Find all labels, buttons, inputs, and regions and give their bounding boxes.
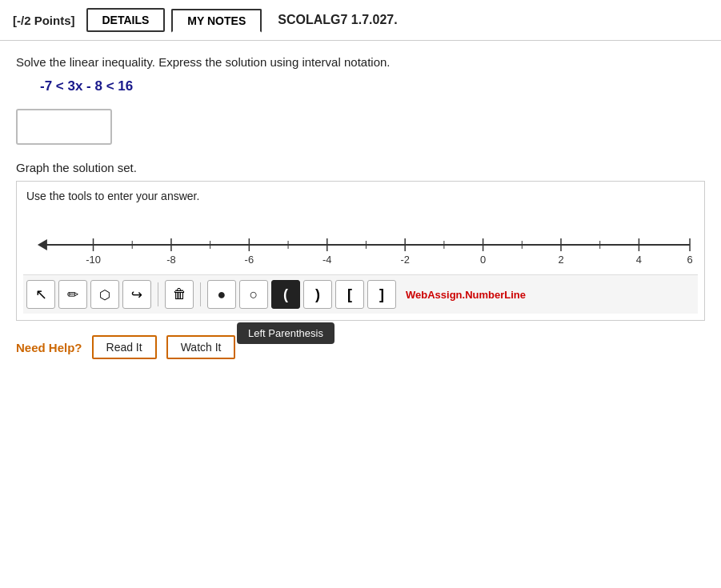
number-line-wrapper[interactable]: -10 -8 -6 -4 -2 0 2 xyxy=(23,210,698,274)
svg-text:-8: -8 xyxy=(166,254,175,266)
left-paren-icon: ( xyxy=(283,286,288,303)
pencil-icon: ✏ xyxy=(67,286,78,303)
toolbar-separator-2 xyxy=(200,282,201,306)
graph-container: Use the tools to enter your answer. -10 … xyxy=(16,181,705,321)
left-paren-button[interactable]: ( xyxy=(271,280,300,309)
my-notes-button[interactable]: MY NOTES xyxy=(171,9,262,33)
right-bracket-button[interactable]: ] xyxy=(367,280,396,309)
svg-text:-4: -4 xyxy=(322,254,331,266)
filled-dot-button[interactable]: ● xyxy=(207,280,236,309)
pencil-tool-button[interactable]: ✏ xyxy=(58,280,87,309)
toolbar-separator-1 xyxy=(158,282,158,306)
trash-tool-button[interactable]: 🗑 xyxy=(165,280,194,309)
read-it-button[interactable]: Read It xyxy=(92,335,157,359)
svg-text:0: 0 xyxy=(480,254,486,266)
tools-instruction: Use the tools to enter your answer. xyxy=(23,190,698,202)
math-expression: -7 < 3x - 8 < 16 xyxy=(40,78,705,94)
watch-it-button[interactable]: Watch It xyxy=(166,335,236,359)
answer-input-box[interactable] xyxy=(16,109,112,145)
trash-icon: 🗑 xyxy=(173,286,186,302)
left-bracket-button[interactable]: [ xyxy=(335,280,364,309)
curve-icon: ↩ xyxy=(131,286,142,303)
eraser-tool-button[interactable]: ⬡ xyxy=(90,280,119,309)
arrow-tool-button[interactable]: ↖ xyxy=(26,280,55,309)
left-paren-wrapper: ( Left Parenthesis xyxy=(271,280,300,309)
right-paren-icon: ) xyxy=(315,286,320,303)
svg-text:2: 2 xyxy=(558,254,563,266)
right-bracket-icon: ] xyxy=(379,286,384,303)
toolbar: ↖ ✏ ⬡ ↩ 🗑 xyxy=(23,274,698,314)
webassign-text: WebAssign xyxy=(406,289,463,301)
details-button[interactable]: DETAILS xyxy=(86,8,166,32)
eraser-icon: ⬡ xyxy=(99,287,110,302)
left-bracket-icon: [ xyxy=(347,286,352,303)
points-badge: [-/2 Points] xyxy=(13,14,75,27)
header: [-/2 Points] DETAILS MY NOTES SCOLALG7 1… xyxy=(0,0,721,41)
problem-instruction: Solve the linear inequality. Express the… xyxy=(16,55,705,69)
main-content: Solve the linear inequality. Express the… xyxy=(0,41,721,321)
svg-text:-10: -10 xyxy=(86,254,101,266)
curve-tool-button[interactable]: ↩ xyxy=(122,280,151,309)
graph-label: Graph the solution set. xyxy=(16,161,705,174)
open-dot-icon: ○ xyxy=(250,286,258,303)
toolbar-row: ↖ ✏ ⬡ ↩ 🗑 xyxy=(23,274,698,314)
right-paren-button[interactable]: ) xyxy=(303,280,332,309)
open-dot-button[interactable]: ○ xyxy=(239,280,268,309)
left-paren-tooltip: Left Parenthesis xyxy=(237,322,334,344)
svg-text:4: 4 xyxy=(636,254,642,266)
footer: Need Help? Read It Watch It xyxy=(0,321,721,374)
webassign-brand: WebAssign.NumberLine xyxy=(406,287,526,302)
arrow-icon: ↖ xyxy=(35,286,47,303)
course-code: SCOLALG7 1.7.027. xyxy=(278,13,397,27)
numberline-text: .NumberLine xyxy=(463,289,526,301)
need-help-label: Need Help? xyxy=(16,341,82,354)
number-line-svg: -10 -8 -6 -4 -2 0 2 xyxy=(30,217,698,273)
svg-text:-2: -2 xyxy=(400,254,409,266)
filled-dot-icon: ● xyxy=(218,286,226,303)
svg-text:-6: -6 xyxy=(245,254,254,266)
svg-text:6: 6 xyxy=(687,254,692,266)
